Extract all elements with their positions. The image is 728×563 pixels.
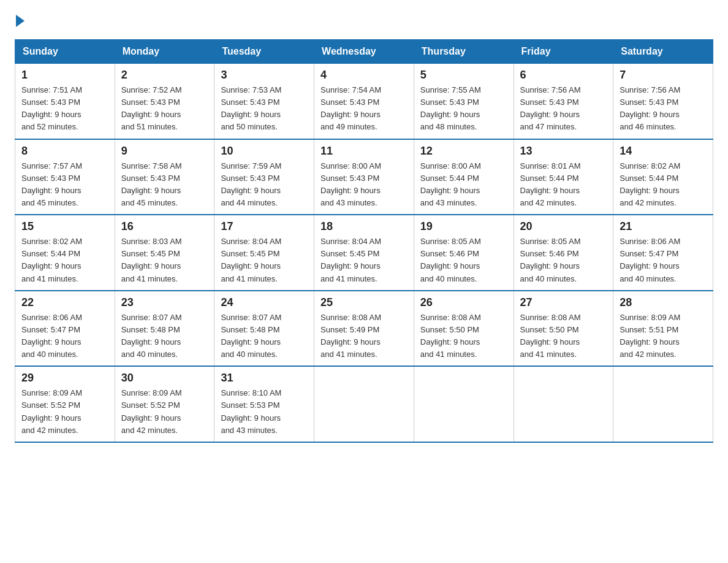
day-number: 1 [21, 69, 108, 82]
day-info: Sunrise: 8:04 AMSunset: 5:45 PMDaylight:… [320, 236, 408, 285]
day-number: 13 [520, 145, 607, 158]
day-info: Sunrise: 7:56 AMSunset: 5:43 PMDaylight:… [620, 84, 707, 134]
calendar-cell: 10Sunrise: 7:59 AMSunset: 5:43 PMDayligh… [214, 139, 314, 215]
day-info: Sunrise: 7:58 AMSunset: 5:43 PMDaylight:… [121, 160, 208, 210]
calendar-cell [514, 366, 613, 442]
calendar-cell: 11Sunrise: 8:00 AMSunset: 5:43 PMDayligh… [314, 139, 414, 215]
day-info: Sunrise: 8:06 AMSunset: 5:47 PMDaylight:… [21, 312, 108, 361]
day-info: Sunrise: 8:09 AMSunset: 5:52 PMDaylight:… [121, 387, 208, 437]
calendar-cell: 20Sunrise: 8:05 AMSunset: 5:46 PMDayligh… [514, 215, 613, 291]
calendar-cell: 3Sunrise: 7:53 AMSunset: 5:43 PMDaylight… [214, 64, 314, 139]
day-number: 12 [420, 145, 507, 158]
calendar-cell: 21Sunrise: 8:06 AMSunset: 5:47 PMDayligh… [613, 215, 713, 291]
calendar-cell: 19Sunrise: 8:05 AMSunset: 5:46 PMDayligh… [414, 215, 514, 291]
day-number: 27 [520, 296, 607, 309]
day-number: 30 [121, 372, 208, 385]
day-info: Sunrise: 8:09 AMSunset: 5:52 PMDaylight:… [21, 387, 108, 437]
day-number: 24 [221, 296, 308, 309]
day-number: 9 [121, 145, 208, 158]
day-number: 25 [320, 296, 408, 309]
day-info: Sunrise: 8:05 AMSunset: 5:46 PMDaylight:… [520, 236, 607, 285]
day-info: Sunrise: 7:57 AMSunset: 5:43 PMDaylight:… [21, 160, 108, 210]
logo [15, 15, 26, 27]
calendar-cell: 29Sunrise: 8:09 AMSunset: 5:52 PMDayligh… [15, 366, 115, 442]
calendar-cell: 8Sunrise: 7:57 AMSunset: 5:43 PMDaylight… [15, 139, 115, 215]
calendar-cell: 7Sunrise: 7:56 AMSunset: 5:43 PMDaylight… [613, 64, 713, 139]
day-number: 4 [320, 69, 408, 82]
calendar-cell: 12Sunrise: 8:00 AMSunset: 5:44 PMDayligh… [414, 139, 514, 215]
calendar-week-row: 15Sunrise: 8:02 AMSunset: 5:44 PMDayligh… [15, 215, 713, 291]
day-info: Sunrise: 8:04 AMSunset: 5:45 PMDaylight:… [221, 236, 308, 285]
calendar-cell: 4Sunrise: 7:54 AMSunset: 5:43 PMDaylight… [314, 64, 414, 139]
day-info: Sunrise: 8:02 AMSunset: 5:44 PMDaylight:… [620, 160, 707, 210]
calendar-cell: 14Sunrise: 8:02 AMSunset: 5:44 PMDayligh… [613, 139, 713, 215]
calendar-cell: 13Sunrise: 8:01 AMSunset: 5:44 PMDayligh… [514, 139, 613, 215]
day-number: 3 [221, 69, 308, 82]
day-info: Sunrise: 8:03 AMSunset: 5:45 PMDaylight:… [121, 236, 208, 285]
calendar-cell: 15Sunrise: 8:02 AMSunset: 5:44 PMDayligh… [15, 215, 115, 291]
calendar-cell: 25Sunrise: 8:08 AMSunset: 5:49 PMDayligh… [314, 291, 414, 367]
calendar-header-row: SundayMondayTuesdayWednesdayThursdayFrid… [15, 40, 713, 64]
day-number: 15 [21, 220, 108, 233]
calendar-cell: 22Sunrise: 8:06 AMSunset: 5:47 PMDayligh… [15, 291, 115, 367]
day-number: 26 [420, 296, 507, 309]
calendar-cell: 31Sunrise: 8:10 AMSunset: 5:53 PMDayligh… [214, 366, 314, 442]
day-info: Sunrise: 8:08 AMSunset: 5:49 PMDaylight:… [320, 312, 408, 361]
calendar-week-row: 8Sunrise: 7:57 AMSunset: 5:43 PMDaylight… [15, 139, 713, 215]
day-info: Sunrise: 8:08 AMSunset: 5:50 PMDaylight:… [520, 312, 607, 361]
day-number: 6 [520, 69, 607, 82]
calendar-cell [613, 366, 713, 442]
day-number: 2 [121, 69, 208, 82]
day-number: 18 [320, 220, 408, 233]
calendar-header-sunday: Sunday [15, 40, 115, 64]
day-info: Sunrise: 8:00 AMSunset: 5:43 PMDaylight:… [320, 160, 408, 210]
calendar-cell: 1Sunrise: 7:51 AMSunset: 5:43 PMDaylight… [15, 64, 115, 139]
logo-arrow-icon [16, 15, 25, 27]
calendar-header-saturday: Saturday [613, 40, 713, 64]
calendar-cell: 6Sunrise: 7:56 AMSunset: 5:43 PMDaylight… [514, 64, 613, 139]
calendar-cell [414, 366, 514, 442]
calendar-cell: 2Sunrise: 7:52 AMSunset: 5:43 PMDaylight… [115, 64, 214, 139]
day-info: Sunrise: 8:07 AMSunset: 5:48 PMDaylight:… [121, 312, 208, 361]
calendar-header-wednesday: Wednesday [314, 40, 414, 64]
calendar-cell: 5Sunrise: 7:55 AMSunset: 5:43 PMDaylight… [414, 64, 514, 139]
day-info: Sunrise: 7:54 AMSunset: 5:43 PMDaylight:… [320, 84, 408, 134]
day-number: 31 [221, 372, 308, 385]
day-info: Sunrise: 8:09 AMSunset: 5:51 PMDaylight:… [620, 312, 707, 361]
day-info: Sunrise: 7:52 AMSunset: 5:43 PMDaylight:… [121, 84, 208, 134]
day-number: 28 [620, 296, 707, 309]
day-number: 22 [21, 296, 108, 309]
calendar-header-monday: Monday [115, 40, 214, 64]
calendar-cell: 26Sunrise: 8:08 AMSunset: 5:50 PMDayligh… [414, 291, 514, 367]
calendar-header-friday: Friday [514, 40, 613, 64]
day-info: Sunrise: 8:00 AMSunset: 5:44 PMDaylight:… [420, 160, 507, 210]
calendar-cell: 28Sunrise: 8:09 AMSunset: 5:51 PMDayligh… [613, 291, 713, 367]
day-number: 23 [121, 296, 208, 309]
day-number: 11 [320, 145, 408, 158]
day-info: Sunrise: 7:56 AMSunset: 5:43 PMDaylight:… [520, 84, 607, 134]
calendar-cell: 23Sunrise: 8:07 AMSunset: 5:48 PMDayligh… [115, 291, 214, 367]
day-info: Sunrise: 8:10 AMSunset: 5:53 PMDaylight:… [221, 387, 308, 437]
day-info: Sunrise: 7:53 AMSunset: 5:43 PMDaylight:… [221, 84, 308, 134]
calendar-table: SundayMondayTuesdayWednesdayThursdayFrid… [15, 39, 713, 443]
calendar-cell [314, 366, 414, 442]
calendar-cell: 16Sunrise: 8:03 AMSunset: 5:45 PMDayligh… [115, 215, 214, 291]
calendar-cell: 17Sunrise: 8:04 AMSunset: 5:45 PMDayligh… [214, 215, 314, 291]
day-number: 5 [420, 69, 507, 82]
day-number: 20 [520, 220, 607, 233]
calendar-week-row: 22Sunrise: 8:06 AMSunset: 5:47 PMDayligh… [15, 291, 713, 367]
day-info: Sunrise: 7:55 AMSunset: 5:43 PMDaylight:… [420, 84, 507, 134]
calendar-cell: 18Sunrise: 8:04 AMSunset: 5:45 PMDayligh… [314, 215, 414, 291]
calendar-cell: 9Sunrise: 7:58 AMSunset: 5:43 PMDaylight… [115, 139, 214, 215]
day-number: 7 [620, 69, 707, 82]
day-info: Sunrise: 7:51 AMSunset: 5:43 PMDaylight:… [21, 84, 108, 134]
day-info: Sunrise: 8:02 AMSunset: 5:44 PMDaylight:… [21, 236, 108, 285]
calendar-header-thursday: Thursday [414, 40, 514, 64]
day-number: 21 [620, 220, 707, 233]
day-number: 17 [221, 220, 308, 233]
calendar-cell: 27Sunrise: 8:08 AMSunset: 5:50 PMDayligh… [514, 291, 613, 367]
day-number: 10 [221, 145, 308, 158]
day-info: Sunrise: 7:59 AMSunset: 5:43 PMDaylight:… [221, 160, 308, 210]
day-number: 16 [121, 220, 208, 233]
calendar-week-row: 29Sunrise: 8:09 AMSunset: 5:52 PMDayligh… [15, 366, 713, 442]
